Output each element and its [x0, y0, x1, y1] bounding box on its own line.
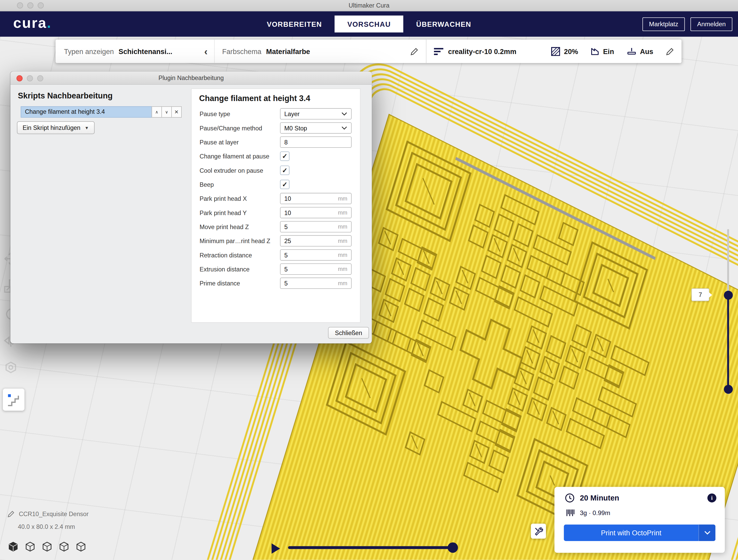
printer-settings-icon — [434, 47, 443, 55]
simulation-slider-handle[interactable] — [447, 542, 458, 553]
field-control: Layer — [280, 108, 354, 119]
tab-ueberwachen[interactable]: ÜBERWACHEN — [404, 16, 484, 32]
dialog-minimize-button — [27, 75, 33, 81]
per-model-settings-icon[interactable] — [3, 360, 19, 376]
view-top-button[interactable] — [41, 541, 52, 552]
input-value: 5 — [284, 280, 288, 287]
edit-pencil-icon[interactable] — [410, 47, 418, 55]
print-settings-summary[interactable]: creality-cr-10 0.2mm 20% Ein — [426, 39, 682, 63]
input-value: 10 — [284, 195, 291, 202]
field-input[interactable]: 5mm — [280, 249, 352, 260]
info-icon[interactable]: i — [707, 494, 716, 502]
field-control: 5mm — [280, 221, 354, 232]
form-row: Pause typeLayer — [192, 108, 360, 119]
move-script-up-button[interactable]: ∧ — [151, 106, 162, 117]
post-processing-dialog: Plugin Nachbearbeitung Skripts Nachbearb… — [10, 71, 372, 344]
input-value: 5 — [284, 265, 288, 272]
print-with-octoprint-button[interactable]: Print with OctoPrint — [564, 525, 715, 541]
field-checkbox[interactable]: ✓ — [280, 180, 290, 189]
field-checkbox[interactable]: ✓ — [280, 166, 290, 175]
add-script-button[interactable]: Ein Skript hinzufügen▼ — [17, 121, 94, 134]
dialog-close-button[interactable] — [16, 75, 23, 81]
object-list-toggle[interactable] — [3, 389, 24, 411]
tab-vorschau[interactable]: VORSCHAU — [335, 16, 404, 32]
form-row: Beep✓ — [192, 179, 360, 190]
input-unit: mm — [338, 195, 347, 202]
field-select[interactable]: M0 Stop — [280, 122, 352, 133]
simulation-slider-track[interactable] — [288, 546, 454, 549]
layer-slider-top-handle[interactable] — [724, 291, 733, 300]
field-input[interactable]: 10mm — [280, 193, 352, 204]
infill-icon — [551, 47, 560, 56]
main-header: cura. VORBEREITEN VORSCHAU ÜBERWACHEN Ma… — [0, 11, 738, 37]
input-unit: mm — [338, 266, 347, 272]
input-value: 5 — [284, 223, 288, 230]
adhesion-icon — [627, 47, 636, 55]
adjust-tools-button[interactable] — [531, 524, 546, 539]
field-label: Cool extruder on pause — [192, 167, 280, 174]
field-input[interactable]: 5mm — [280, 221, 352, 232]
move-script-down-button[interactable]: ∨ — [161, 106, 172, 117]
field-control: 8 — [280, 136, 354, 147]
field-input[interactable]: 10mm — [280, 207, 352, 218]
color-scheme-selector[interactable]: Farbschema Materialfarbe — [214, 39, 426, 63]
stage-toolbar: Typen anzeigen Schichtenansi... ‹ Farbsc… — [56, 39, 682, 63]
marketplace-button[interactable]: Marktplatz — [642, 17, 685, 31]
field-label: Pause/Change method — [192, 124, 280, 131]
infill-setting: 20% — [551, 47, 578, 56]
form-row: Extrusion distance5mm — [192, 263, 360, 274]
form-row: Pause at layer8 — [192, 136, 360, 147]
collapse-left-icon[interactable]: ‹ — [204, 46, 208, 56]
field-label: Pause at layer — [192, 138, 280, 145]
color-scheme-label: Farbschema — [222, 47, 262, 55]
view-type-label: Typen anzeigen — [64, 47, 114, 55]
field-checkbox[interactable]: ✓ — [280, 151, 290, 161]
printer-profile: creality-cr-10 0.2mm — [448, 47, 516, 55]
input-value: 10 — [284, 209, 291, 216]
field-label: Park print head Y — [192, 209, 280, 216]
model-name: CCR10_Exquisite Densor — [19, 510, 88, 517]
layer-slider-bottom-handle[interactable] — [724, 385, 733, 394]
dialog-zoom-button — [37, 75, 43, 81]
signin-button[interactable]: Anmelden — [690, 17, 732, 31]
rename-pencil-icon[interactable] — [8, 510, 15, 517]
view-type-selector[interactable]: Typen anzeigen Schichtenansi... ‹ — [56, 39, 214, 63]
input-value: 8 — [284, 138, 288, 145]
window-title: Ultimaker Cura — [0, 0, 738, 11]
check-icon: ✓ — [282, 153, 287, 159]
print-output-chevron[interactable] — [699, 525, 715, 541]
wrench-icon — [534, 527, 543, 536]
script-list-item[interactable]: Change filament at height 3.4 — [21, 106, 152, 117]
play-button[interactable] — [271, 543, 280, 556]
view-3d-button[interactable] — [8, 541, 18, 552]
view-front-button[interactable] — [24, 541, 35, 552]
layer-slider-range[interactable] — [727, 295, 729, 389]
field-label: Prime distance — [192, 280, 280, 287]
input-unit: mm — [338, 280, 347, 287]
chevron-down-icon — [341, 112, 347, 116]
logo-dot: . — [47, 15, 51, 31]
field-input[interactable]: 8 — [280, 136, 352, 147]
form-row: Cool extruder on pause✓ — [192, 165, 360, 176]
chevron-down-icon — [341, 126, 347, 130]
support-icon — [591, 47, 600, 56]
field-control: 10mm — [280, 207, 354, 218]
view-left-button[interactable] — [58, 541, 69, 552]
camera-view-presets — [8, 541, 86, 552]
field-input[interactable]: 5mm — [280, 263, 352, 274]
field-input[interactable]: 25mm — [280, 235, 352, 246]
view-right-button[interactable] — [75, 541, 86, 552]
field-select[interactable]: Layer — [280, 108, 352, 119]
remove-script-button[interactable]: ✕ — [171, 106, 181, 117]
form-row: Minimum par…rint head Z25mm — [192, 235, 360, 246]
field-input[interactable]: 5mm — [280, 277, 352, 289]
model-info: CCR10_Exquisite Densor 40.0 x 80.0 x 2.4… — [8, 510, 89, 530]
dialog-titlebar[interactable]: Plugin Nachbearbeitung — [10, 71, 372, 85]
color-scheme-value: Materialfarbe — [266, 47, 310, 55]
field-label: Retraction distance — [192, 251, 280, 258]
dialog-title: Plugin Nachbearbeitung — [10, 71, 372, 85]
dialog-schliessen-button[interactable]: Schließen — [328, 327, 369, 339]
dropdown-caret-icon: ▼ — [85, 125, 89, 130]
tab-vorbereiten[interactable]: VORBEREITEN — [254, 16, 335, 32]
edit-pencil-icon[interactable] — [666, 47, 674, 55]
